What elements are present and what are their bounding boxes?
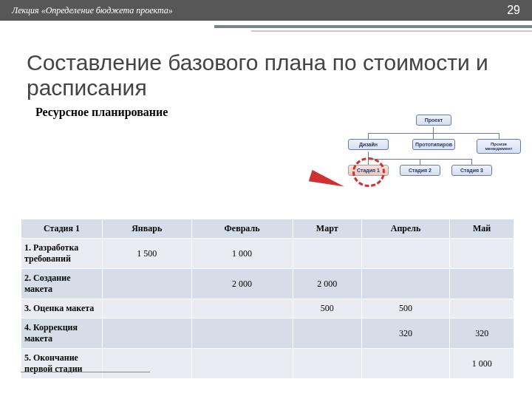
lecture-title: Лекция «Определение бюджета проекта» (12, 5, 173, 16)
th-5: Май (450, 219, 514, 239)
hierarchy-diagram: Проект Дизайн Прототипиров Произв менедж… (342, 115, 523, 203)
cell (361, 349, 450, 379)
cell (103, 299, 192, 318)
cell: 1 000 (450, 349, 514, 379)
cell (450, 299, 514, 318)
node-root: Проект (416, 115, 451, 126)
cell: 2 000 (293, 269, 361, 299)
table-header-row: Стадия 1 Январь Февраль Март Апрель Май (21, 219, 514, 239)
table-row: 4. Коррекция макета320320 (21, 318, 514, 349)
cell: 1 500 (103, 239, 192, 269)
cell (450, 269, 514, 299)
th-0: Стадия 1 (21, 219, 103, 239)
resource-table: Стадия 1 Январь Февраль Март Апрель Май … (21, 219, 514, 379)
row-label: 3. Оценка макета (21, 299, 103, 318)
node-l3-2: Стадия 3 (451, 165, 492, 176)
cell: 2 000 (191, 269, 293, 299)
table-row: 3. Оценка макета500500 (21, 299, 514, 318)
cell (450, 239, 514, 269)
page-number: 29 (507, 4, 520, 17)
cell (191, 349, 293, 379)
cell (103, 318, 192, 349)
th-3: Март (293, 219, 361, 239)
cell (191, 318, 293, 349)
cell (293, 239, 361, 269)
cell: 320 (450, 318, 514, 349)
cell (293, 349, 361, 379)
cell (293, 318, 361, 349)
cell: 320 (361, 318, 450, 349)
cell (103, 349, 192, 379)
th-4: Апрель (361, 219, 450, 239)
cell (361, 269, 450, 299)
node-l3-1: Стадия 2 (400, 165, 440, 176)
row-label: 2. Создание макета (21, 269, 103, 299)
cell: 500 (293, 299, 361, 318)
cell: 1 000 (191, 239, 293, 269)
row-label: 5. Окончание первой стадии (21, 349, 103, 379)
node-l2-1: Прототипиров (412, 139, 455, 150)
table-row: 5. Окончание первой стадии1 000 (21, 349, 514, 379)
th-1: Январь (103, 219, 192, 239)
node-l2-2: Произв менеджмент (477, 139, 521, 154)
cell (191, 299, 293, 318)
header-accent (0, 21, 532, 35)
node-l2-0: Дизайн (348, 139, 389, 150)
highlight-arrow-icon (309, 170, 347, 192)
cell (361, 239, 450, 269)
highlight-circle-icon (352, 157, 385, 187)
slide-header: Лекция «Определение бюджета проекта» 29 (0, 0, 532, 21)
cell (103, 269, 192, 299)
footer-rule (21, 372, 150, 372)
row-label: 4. Коррекция макета (21, 318, 103, 349)
table-row: 2. Создание макета2 0002 000 (21, 269, 514, 299)
row-label: 1. Разработка требований (21, 239, 103, 269)
slide-title: Составление базового плана по стоимости … (0, 35, 532, 103)
table-row: 1. Разработка требований1 5001 000 (21, 239, 514, 269)
cell: 500 (361, 299, 450, 318)
th-2: Февраль (191, 219, 293, 239)
